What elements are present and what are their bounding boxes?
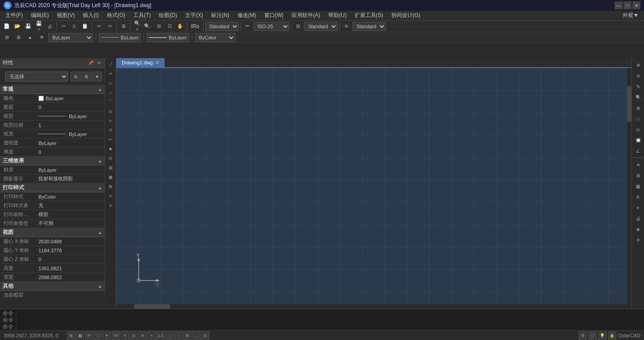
toggle-button[interactable]: ▼ <box>92 72 102 81</box>
polyline-tool[interactable]: ▷ <box>106 79 115 88</box>
boundary-tool[interactable]: ⊠ <box>106 182 115 191</box>
drawing-tab[interactable]: Drawing1.dwg ✕ <box>116 58 165 67</box>
section-view[interactable]: 视图 ▲ <box>0 228 105 237</box>
status-ortho-button[interactable]: ⟳ <box>85 332 93 340</box>
layer-dropdown[interactable]: ByLayer 0 <box>48 33 93 42</box>
linetype-dropdown[interactable]: ByLayer <box>99 33 141 42</box>
rt-rotate-button[interactable]: ↻ <box>633 81 643 91</box>
arrow-tool[interactable]: ↗ <box>106 69 115 78</box>
open-button[interactable]: 📂 <box>13 21 22 31</box>
maximize-button[interactable]: □ <box>623 1 631 9</box>
props-close-button[interactable]: ✕ <box>96 60 102 66</box>
color-dropdown[interactable]: ByColor <box>195 33 235 42</box>
cut-button[interactable]: ✂ <box>59 21 68 31</box>
rt-zoomout-button[interactable]: ⊖ <box>633 71 643 81</box>
status-grid-button[interactable]: ⊞ <box>67 332 75 340</box>
menu-view-right[interactable]: 外观▼ <box>619 11 642 20</box>
rt-osnap-button[interactable]: ◎ <box>633 124 643 134</box>
rt-grid-button[interactable]: ⊞ <box>633 103 643 113</box>
rt-zoomin-button[interactable]: ⊕ <box>633 60 643 70</box>
menu-apps[interactable]: 应用软件(A) <box>288 11 324 20</box>
menu-format[interactable]: 格式(O) <box>103 11 129 20</box>
status-model-button[interactable]: ≈ <box>148 332 156 340</box>
select-all-button[interactable]: ⊞ <box>71 72 80 81</box>
props-pin-button[interactable]: 📌 <box>87 60 95 66</box>
light-button[interactable]: 💡 <box>598 332 606 340</box>
new-button[interactable]: 📄 <box>2 21 12 31</box>
rt-angle-button[interactable]: ∠ <box>633 146 643 156</box>
undo-drawing-tool[interactable]: ↺ <box>106 126 115 135</box>
rt-plot-button[interactable]: 🖨 <box>633 213 643 223</box>
block-tool[interactable]: ⊡ <box>106 154 115 163</box>
status-anno1-button[interactable]: ↕ <box>165 332 174 340</box>
menu-edit[interactable]: 编辑(E) <box>27 11 52 20</box>
print-button[interactable]: 🖨 <box>45 21 55 31</box>
mline-style-dropdown[interactable]: Standard <box>352 22 386 31</box>
text-style-dropdown[interactable]: Standard <box>205 22 239 31</box>
rt-nav-button[interactable]: ✛ <box>633 235 643 245</box>
status-anno2-button[interactable]: ↕ <box>174 332 182 340</box>
horizontal-scrollbar[interactable] <box>116 304 631 309</box>
menu-help[interactable]: 帮助(U) <box>325 11 350 20</box>
section-print[interactable]: 打印样式 ▲ <box>0 183 105 192</box>
saveas-button[interactable]: 💾+ <box>34 21 44 31</box>
status-scale-button[interactable]: 1:1 <box>157 332 165 340</box>
menu-view[interactable]: 视图(V) <box>53 11 78 20</box>
quickselect-button[interactable]: ≣ <box>81 72 91 81</box>
minimize-button[interactable]: — <box>614 1 623 9</box>
menu-text[interactable]: 文字(X) <box>182 11 207 20</box>
table-style-dropdown[interactable]: Standard <box>304 22 338 31</box>
menu-dim[interactable]: 标注(N) <box>208 11 233 20</box>
status-polar-button[interactable]: □ <box>94 332 102 340</box>
menu-ext-tools[interactable]: 扩展工具(S) <box>351 11 387 20</box>
menu-draw[interactable]: 绘图(D) <box>155 11 181 20</box>
mtext-tool[interactable]: α <box>106 201 115 210</box>
copy-button[interactable]: ⎘ <box>69 21 79 31</box>
rt-sel-button[interactable]: 🔲 <box>633 135 643 145</box>
drawing-canvas[interactable]: Y <box>116 68 631 309</box>
layer-on-button[interactable]: ● <box>25 33 35 42</box>
status-sel-button[interactable]: ≋ <box>139 332 147 340</box>
text-tool[interactable]: A <box>106 191 115 200</box>
menu-collab[interactable]: 协同设计(G) <box>388 11 424 20</box>
rect-tool[interactable]: ■ <box>106 144 115 153</box>
status-linewidth-button[interactable]: ≡ <box>121 332 129 340</box>
section-3d[interactable]: 三维效果 ▲ <box>0 157 105 166</box>
hatch-tool[interactable]: ▤ <box>106 163 115 172</box>
status-transparency-button[interactable]: ◎ <box>130 332 138 340</box>
menu-tools[interactable]: 工具(T) <box>130 11 154 20</box>
rt-block-button[interactable]: ▦ <box>633 181 643 191</box>
redo-button[interactable]: ↪ <box>105 21 114 31</box>
status-more-button[interactable]: … <box>192 332 200 340</box>
zoom-window-button[interactable]: ⊡ <box>165 21 174 31</box>
lock-button[interactable]: 🔒 <box>608 332 616 340</box>
redo-drawing-tool[interactable]: ↩ <box>106 135 115 144</box>
spline-tool[interactable]: ∿ <box>106 116 115 125</box>
line-tool[interactable]: ╱ <box>106 60 115 69</box>
status-clean-button[interactable]: ⊡ <box>201 332 209 340</box>
menu-insert[interactable]: 插入(I) <box>79 11 102 20</box>
circle-tool[interactable]: ○ <box>106 88 115 97</box>
zoom-all-button[interactable]: ⊞ <box>154 21 164 31</box>
menu-file[interactable]: 文件(F) <box>2 11 26 20</box>
match-prop-button[interactable]: ≣ <box>119 21 128 31</box>
layer-panel-button[interactable]: ⊞ <box>2 33 12 42</box>
layer-freeze-button[interactable]: ❄ <box>37 33 47 42</box>
rt-ortho-button[interactable]: □ <box>633 114 643 123</box>
tab-close-button[interactable]: ✕ <box>156 60 159 65</box>
status-ws-button[interactable]: ⊞ <box>183 332 191 340</box>
status-ta-button[interactable]: TA <box>112 332 120 340</box>
arc-tool[interactable]: ⌒ <box>106 98 115 106</box>
gradient-tool[interactable]: ▦ <box>106 173 115 182</box>
zoom-out-button[interactable]: 🔍- <box>143 21 153 31</box>
undo-button[interactable]: ↩ <box>94 21 104 31</box>
rt-layer-button[interactable]: ⊞ <box>633 170 643 180</box>
vertical-scrollbar[interactable] <box>627 68 631 304</box>
donut-tool[interactable]: ◎ <box>106 107 115 116</box>
menu-window[interactable]: 窗口(W) <box>261 11 287 20</box>
rt-render-button[interactable]: ◈ <box>633 224 643 234</box>
status-osnap-button[interactable]: ✛ <box>103 332 111 340</box>
lineweight-dropdown[interactable]: ByLayer <box>147 33 189 42</box>
status-snap-button[interactable]: ▦ <box>76 332 84 340</box>
dim-style-dropdown[interactable]: ISO-25 <box>254 22 289 31</box>
